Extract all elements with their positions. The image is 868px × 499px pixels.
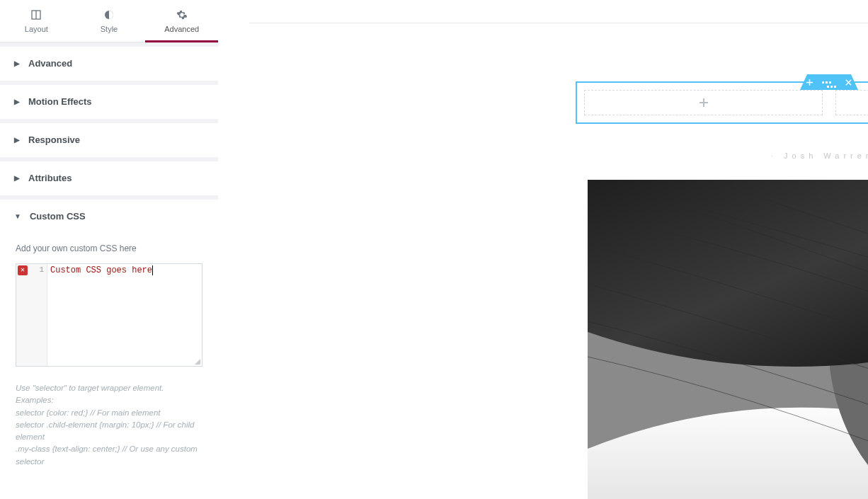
help-line: Use "selector" to target wrapper element… bbox=[16, 382, 202, 407]
section-custom-css[interactable]: ▼ Custom CSS bbox=[0, 200, 218, 234]
resize-handle[interactable] bbox=[193, 357, 200, 365]
tab-advanced[interactable]: Advanced bbox=[145, 0, 218, 42]
line-number: 1 bbox=[39, 265, 44, 274]
layout-icon bbox=[30, 9, 42, 22]
chevron-right-icon: ▶ bbox=[14, 136, 20, 144]
caption-text: Josh Warren bbox=[784, 151, 868, 160]
add-widget-slot[interactable] bbox=[835, 90, 868, 115]
editor-sidebar: Layout Style Advanced ▶ Advanced bbox=[0, 0, 218, 499]
canvas-section[interactable] bbox=[576, 81, 868, 124]
caption-dot: · bbox=[771, 151, 777, 160]
sections-list: ▶ Advanced ▶ Motion Effects ▶ Responsive… bbox=[0, 42, 218, 499]
custom-css-body: Add your own custom CSS here ✕ 1 Custom … bbox=[0, 234, 218, 482]
style-icon bbox=[103, 9, 115, 22]
canvas-divider bbox=[249, 23, 868, 23]
tab-label: Advanced bbox=[164, 25, 199, 33]
panel-tabs: Layout Style Advanced bbox=[0, 0, 218, 42]
section-title: Advanced bbox=[28, 58, 72, 69]
tab-label: Style bbox=[101, 25, 118, 33]
hero-image bbox=[588, 180, 868, 499]
chevron-right-icon: ▶ bbox=[14, 174, 20, 182]
chevron-right-icon: ▶ bbox=[14, 98, 20, 105]
add-section-button[interactable] bbox=[806, 79, 813, 86]
section-title: Motion Effects bbox=[28, 96, 92, 107]
section-motion-effects[interactable]: ▶ Motion Effects bbox=[0, 85, 218, 119]
gear-icon bbox=[176, 9, 188, 22]
section-advanced[interactable]: ▶ Advanced bbox=[0, 47, 218, 81]
section-title: Custom CSS bbox=[30, 211, 86, 222]
tab-label: Layout bbox=[25, 25, 48, 33]
add-widget-slot[interactable] bbox=[584, 90, 823, 115]
custom-css-hint: Add your own custom CSS here bbox=[16, 243, 202, 253]
preview-canvas: · Josh Warren · bbox=[218, 0, 868, 499]
chevron-right-icon: ▶ bbox=[14, 59, 20, 67]
code-text: Custom CSS goes here bbox=[50, 265, 152, 275]
tab-layout[interactable]: Layout bbox=[0, 0, 73, 42]
section-title: Responsive bbox=[28, 134, 80, 145]
help-line: selector {color: red;} // For main eleme… bbox=[16, 407, 202, 419]
remove-section-button[interactable] bbox=[845, 79, 852, 86]
drag-section-handle[interactable] bbox=[822, 79, 836, 86]
section-toolbar bbox=[800, 74, 858, 90]
chevron-down-icon: ▼ bbox=[14, 212, 21, 220]
custom-css-editor[interactable]: ✕ 1 Custom CSS goes here bbox=[16, 263, 202, 367]
page-caption: · Josh Warren · bbox=[576, 151, 868, 160]
section-title: Attributes bbox=[28, 173, 72, 183]
code-input[interactable]: Custom CSS goes here bbox=[47, 264, 202, 366]
section-attributes[interactable]: ▶ Attributes bbox=[0, 161, 218, 195]
custom-css-help: Use "selector" to target wrapper element… bbox=[16, 382, 202, 468]
editor-gutter: ✕ 1 bbox=[16, 264, 47, 366]
tab-style[interactable]: Style bbox=[73, 0, 146, 42]
text-cursor bbox=[152, 265, 153, 275]
help-line: .my-class {text-align: center;} // Or us… bbox=[16, 443, 202, 468]
help-line: selector .child-element {margin: 10px;} … bbox=[16, 419, 202, 444]
section-responsive[interactable]: ▶ Responsive bbox=[0, 123, 218, 157]
error-icon: ✕ bbox=[18, 265, 28, 275]
